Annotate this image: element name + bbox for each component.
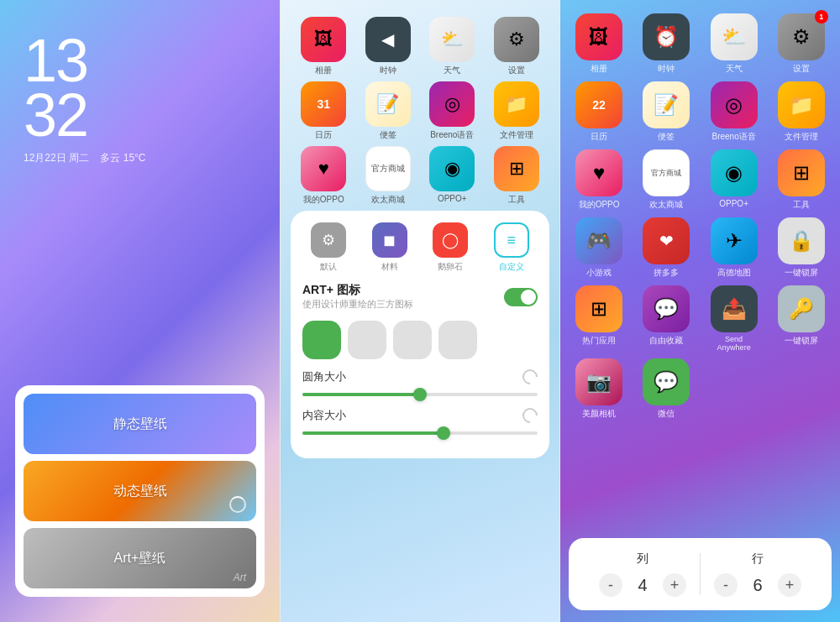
p3-app-grid-row5: ⊞ 热门应用 💬 自由收藏 📤 Send Anywhere 🔑 一键锁屏 xyxy=(569,285,832,352)
p3-label-breeno: Breeno语音 xyxy=(712,131,756,143)
tab-material[interactable]: ◼ 材料 xyxy=(364,222,417,273)
p3-label-weather: 天气 xyxy=(726,63,743,75)
grid-control-panel: 列 - 4 + 行 - 6 + xyxy=(569,538,832,610)
content-size-row: 内容大小 xyxy=(302,408,538,423)
p3-label-hotapp: 热门应用 xyxy=(582,335,616,347)
p3-app-grid-row4: 🎮 小游戏 ❤ 拼多多 ✈ 高德地图 🔒 一键锁屏 xyxy=(569,217,832,279)
p3-icon-fav: 💬 xyxy=(643,285,690,332)
date-weather: 12月22日 周二 多云 15°C xyxy=(24,151,263,165)
preview-icon-4 xyxy=(438,321,477,359)
app-item-album[interactable]: 🖼 相册 xyxy=(294,17,354,76)
p3-app-store[interactable]: 官方商城 欢太商城 xyxy=(636,149,696,211)
p3-app-lock[interactable]: 🔒 一键锁屏 xyxy=(771,217,832,279)
p3-app-breeno[interactable]: ◎ Breeno语音 xyxy=(704,81,764,143)
p3-app-fav[interactable]: 💬 自由收藏 xyxy=(636,285,696,352)
p3-app-send[interactable]: 📤 Send Anywhere xyxy=(704,285,764,352)
p3-app-calendar[interactable]: 22 日历 xyxy=(569,81,629,143)
content-slider[interactable] xyxy=(302,431,538,435)
p3-app-myoppo[interactable]: ♥ 我的OPPO xyxy=(569,149,629,211)
app-item-calendar[interactable]: 31 日历 xyxy=(294,81,354,141)
p3-label-send: Send Anywhere xyxy=(717,335,751,352)
row-value: 6 xyxy=(749,576,766,595)
content-slider-thumb[interactable] xyxy=(437,426,450,440)
art-plus-toggle[interactable] xyxy=(504,288,538,306)
corner-size-row: 圆角大小 xyxy=(302,369,538,384)
p3-icon-lock: 🔒 xyxy=(778,217,825,264)
p3-badge-settings: 1 xyxy=(815,10,828,24)
p3-label-fav: 自由收藏 xyxy=(649,335,683,347)
app-item-myoppo[interactable]: ♥ 我的OPPO xyxy=(294,146,354,206)
grid-control-row: 列 - 4 + 行 - 6 + xyxy=(585,551,815,597)
p3-icon-wechat: 💬 xyxy=(643,358,690,405)
corner-slider[interactable] xyxy=(302,393,538,396)
corner-reset-icon[interactable] xyxy=(519,366,540,387)
app-item-tools[interactable]: ⊞ 工具 xyxy=(487,146,547,206)
tab-default[interactable]: ⚙ 默认 xyxy=(302,222,355,273)
app-item-notes[interactable]: 📝 便签 xyxy=(359,81,418,141)
app-item-weather[interactable]: ⛅ 天气 xyxy=(423,17,482,76)
app-icon-notes: 📝 xyxy=(365,81,411,127)
p3-app-clock[interactable]: ⏰ 时钟 xyxy=(636,13,696,75)
p3-app-grid-row6: 📷 美颜相机 💬 微信 xyxy=(569,358,832,420)
column-counter: - 4 + xyxy=(599,573,686,597)
tab-custom[interactable]: ≡ 自定义 xyxy=(486,222,538,273)
preview-icon-1 xyxy=(302,321,341,359)
tab-coral[interactable]: ◯ 鹅卵石 xyxy=(424,222,477,273)
p3-label-oppoplus: OPPO+ xyxy=(719,199,748,208)
p3-app-lockscreen[interactable]: 🔑 一键锁屏 xyxy=(771,285,832,352)
app-label-calendar: 日历 xyxy=(315,129,332,141)
p3-icon-calendar: 22 xyxy=(575,81,622,128)
p3-app-weather[interactable]: ⛅ 天气 xyxy=(704,13,764,75)
content-reset-icon[interactable] xyxy=(519,405,540,426)
p3-app-files[interactable]: 📁 文件管理 xyxy=(771,81,832,143)
app-label-tools: 工具 xyxy=(508,194,525,206)
tab-custom-icon: ≡ xyxy=(494,222,529,258)
app-item-files[interactable]: 📁 文件管理 xyxy=(487,81,547,141)
p3-app-album[interactable]: 🖼 相册 xyxy=(569,13,629,75)
p3-icon-camera: 📷 xyxy=(575,358,622,405)
app-item-store[interactable]: 官方商城 欢太商城 xyxy=(359,146,418,206)
wallpaper-card-art[interactable]: Art+壁纸 Art xyxy=(24,528,256,588)
p3-app-hotapp[interactable]: ⊞ 热门应用 xyxy=(569,285,629,352)
p3-icon-amap: ✈ xyxy=(711,217,758,264)
corner-slider-fill xyxy=(302,393,420,396)
p3-app-minigame[interactable]: 🎮 小游戏 xyxy=(569,217,629,279)
app-item-settings[interactable]: ⚙ 设置 xyxy=(487,17,547,76)
column-decrease-button[interactable]: - xyxy=(599,573,622,597)
p3-app-notes[interactable]: 📝 便签 xyxy=(636,81,696,143)
p3-app-pdd[interactable]: ❤ 拼多多 xyxy=(636,217,696,279)
column-section: 列 - 4 + xyxy=(585,551,700,597)
p3-icon-weather: ⛅ xyxy=(711,13,758,60)
p3-app-camera[interactable]: 📷 美颜相机 xyxy=(569,358,629,420)
row-counter: - 6 + xyxy=(714,573,801,597)
row-increase-button[interactable]: + xyxy=(778,573,801,597)
app-label-clock: 时钟 xyxy=(380,65,396,76)
wallpaper-card-static[interactable]: 静态壁纸 xyxy=(24,394,256,454)
wallpaper-card-list: 静态壁纸 动态壁纸 Art+壁纸 Art xyxy=(15,385,265,597)
app-icon-store: 官方商城 xyxy=(365,146,411,191)
panel2-theme-settings: 🖼 相册 ◀ 时钟 ⛅ 天气 ⚙ 设置 31 日历 📝 便签 xyxy=(280,0,560,622)
icon-preview-row xyxy=(302,321,538,359)
p3-app-oppoplus[interactable]: ◉ OPPO+ xyxy=(704,149,764,211)
time-hour: 13 xyxy=(24,34,263,88)
content-slider-fill xyxy=(302,431,444,435)
wallpaper-card-dynamic[interactable]: 动态壁纸 xyxy=(24,461,256,521)
app-label-notes: 便签 xyxy=(380,129,396,141)
p3-app-wechat[interactable]: 💬 微信 xyxy=(636,358,696,420)
weather-text: 多云 15°C xyxy=(100,152,145,164)
wallpaper-art-label: Art+壁纸 xyxy=(114,550,166,567)
p3-app-grid-row2: 22 日历 📝 便签 ◎ Breeno语音 📁 文件管理 xyxy=(569,81,832,143)
p3-label-clock: 时钟 xyxy=(658,63,675,75)
row-decrease-button[interactable]: - xyxy=(714,573,738,597)
p3-app-grid-row1: 🖼 相册 ⏰ 时钟 ⛅ 天气 ⚙ 1 设置 xyxy=(569,13,832,75)
app-item-oppoplus[interactable]: ◉ OPPO+ xyxy=(423,146,482,206)
p3-icon-tools: ⊞ xyxy=(778,149,825,196)
p3-app-tools[interactable]: ⊞ 工具 xyxy=(771,149,832,211)
p3-app-amap[interactable]: ✈ 高德地图 xyxy=(704,217,764,279)
app-item-back[interactable]: ◀ 时钟 xyxy=(359,17,418,76)
column-increase-button[interactable]: + xyxy=(663,573,686,597)
app-item-breeno[interactable]: ◎ Breeno语音 xyxy=(423,81,482,141)
p3-app-settings[interactable]: ⚙ 1 设置 xyxy=(771,13,832,75)
preview-icon-2 xyxy=(348,321,386,359)
corner-slider-thumb[interactable] xyxy=(413,388,427,401)
